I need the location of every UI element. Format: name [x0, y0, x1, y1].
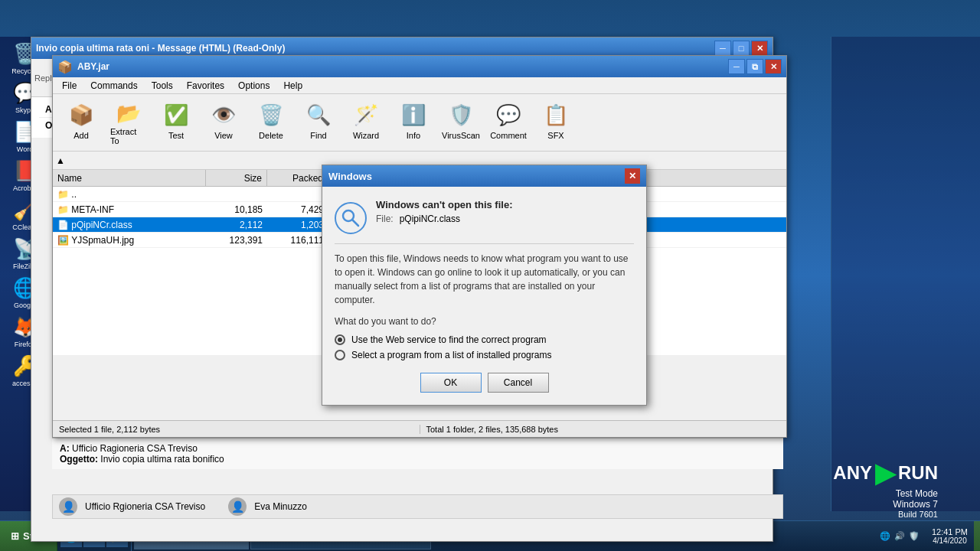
desktop: 🗑️ Recycl... 💬 Skype 📄 Word 📕 Acrobat 🧹 …	[0, 0, 980, 551]
radio-web-service-label: Use the Web service to find the correct …	[351, 334, 547, 345]
windows-search-icon	[335, 202, 367, 234]
cancel-button[interactable]: Cancel	[488, 373, 549, 393]
dialog-buttons: OK Cancel	[335, 373, 634, 393]
radio-select-program-label: Select a program from a list of installe…	[351, 350, 551, 360]
dialog-overlay: Windows ✕ Windows can't open this file:	[0, 0, 980, 551]
dialog-heading: Windows can't open this file:	[376, 199, 512, 210]
windows-dialog: Windows ✕ Windows can't open this file:	[322, 165, 647, 406]
dialog-header-row: Windows can't open this file: File: pQip…	[335, 199, 634, 234]
radio-web-service-circle	[335, 334, 345, 345]
radio-select-program-circle	[335, 350, 345, 360]
radio-web-service[interactable]: Use the Web service to find the correct …	[335, 334, 634, 345]
dialog-file-label: File:	[376, 214, 394, 224]
dialog-content: Windows can't open this file: File: pQip…	[322, 187, 646, 405]
dialog-description: To open this file, Windows needs to know…	[335, 243, 634, 307]
radio-select-program[interactable]: Select a program from a list of installe…	[335, 350, 634, 360]
dialog-titlebar: Windows ✕	[322, 165, 646, 187]
dialog-radio-group: Use the Web service to find the correct …	[335, 334, 634, 360]
dialog-title-section: Windows can't open this file: File: pQip…	[376, 199, 512, 224]
ok-button[interactable]: OK	[420, 373, 482, 393]
dialog-close-button[interactable]: ✕	[625, 168, 640, 184]
dialog-file-value: pQipiNCr.class	[400, 214, 460, 224]
dialog-question: What do you want to do?	[335, 316, 634, 327]
svg-line-1	[353, 220, 359, 227]
dialog-file-row: File: pQipiNCr.class	[376, 214, 512, 224]
dialog-title: Windows	[328, 171, 625, 182]
